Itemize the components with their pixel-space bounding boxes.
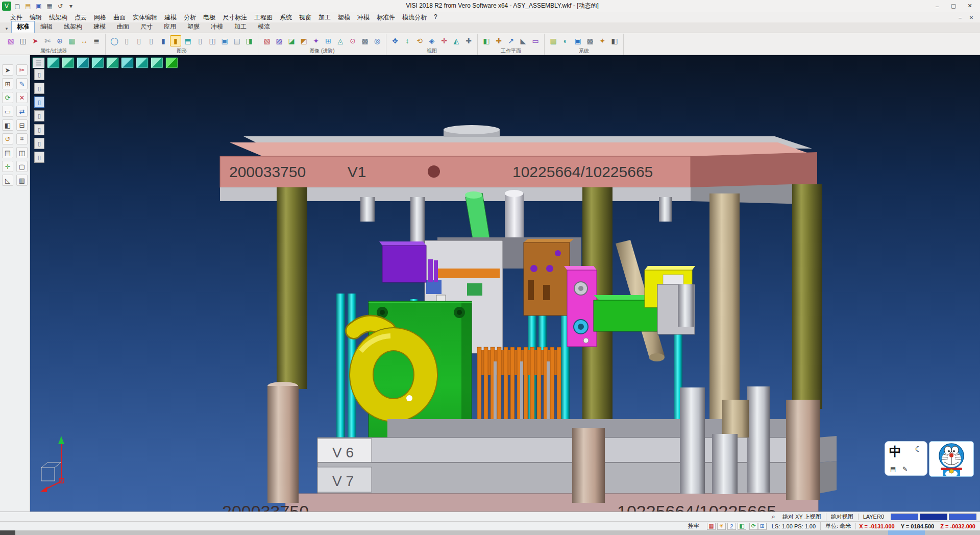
note-icon[interactable]: ▥ <box>16 175 28 186</box>
mini-cube-icon[interactable]: ◧ <box>738 523 746 530</box>
clipboard-view-1[interactable]: ▯ <box>34 69 44 80</box>
clipboard-view-5[interactable]: ▯ <box>34 124 44 135</box>
refresh-icon[interactable]: ⟳ <box>749 523 758 530</box>
qat-dropdown-icon[interactable]: ▾ <box>66 2 76 11</box>
viewport-3d[interactable]: 200033750 V1 10225664/10225665 <box>30 55 980 512</box>
system-monitor-icon[interactable]: ▣ <box>572 35 583 46</box>
ime-language-indicator[interactable]: 中 <box>889 444 901 460</box>
new-file-icon[interactable]: ▢ <box>13 2 22 11</box>
menu-item-progress[interactable]: 冲模 <box>354 12 373 23</box>
visi-logo[interactable]: V <box>2 2 11 11</box>
shaded-display-icon[interactable]: ▯ <box>145 35 157 46</box>
view-list-icon[interactable]: ☰ <box>32 57 45 68</box>
ime-fullwidth-moon-icon[interactable]: ☾ <box>915 445 922 454</box>
layer-color-swatch-1[interactable] <box>891 514 918 520</box>
tab-apply[interactable]: 应用 <box>158 21 182 33</box>
circle-display-icon[interactable]: ◯ <box>109 35 120 46</box>
image-corner-icon[interactable]: ◩ <box>298 35 309 46</box>
list-icon[interactable]: ▤ <box>2 147 13 158</box>
layer-color-swatch-3[interactable] <box>949 514 976 520</box>
view-mode-label[interactable]: 绝对 XY 上视图 <box>778 513 826 521</box>
undo-icon[interactable]: ↺ <box>56 2 65 11</box>
grid-toggle-icon[interactable]: ⊞ <box>758 523 767 530</box>
lock-toggle[interactable]: 拴牢 <box>683 522 704 530</box>
image-grid-icon[interactable]: ⊞ <box>323 35 334 46</box>
image-tri-icon[interactable]: ◬ <box>335 35 346 46</box>
sketch-icon[interactable]: ✎ <box>16 78 28 89</box>
units-indicator[interactable]: 单位: 毫米 <box>820 522 855 530</box>
dual-view-icon[interactable]: ◫ <box>207 35 218 46</box>
swap-filter-icon[interactable]: ↔ <box>79 35 90 46</box>
image-target-icon[interactable]: ⊙ <box>347 35 358 46</box>
absolute-view-label[interactable]: 绝对视图 <box>826 513 858 521</box>
zoom-extents-icon[interactable]: ↕ <box>402 35 413 46</box>
print-icon[interactable]: ▦ <box>45 2 54 11</box>
wireframe-display-icon[interactable]: ▯ <box>121 35 132 46</box>
swap-icon[interactable]: ⇄ <box>16 106 28 117</box>
snap-grid-icon[interactable]: ⊞ <box>2 78 13 89</box>
clipboard-view-4[interactable]: ▯ <box>34 110 44 121</box>
cross-icon[interactable]: ✛ <box>2 161 13 172</box>
edge-display-icon[interactable]: ▯ <box>194 35 206 46</box>
close-button[interactable]: ✕ <box>962 1 978 11</box>
layer-indicator[interactable]: LAYER0 <box>858 514 889 520</box>
tab-mould[interactable]: 塑膜 <box>182 21 205 33</box>
cube-right-view-icon[interactable] <box>121 57 134 68</box>
center-view-icon[interactable]: ✛ <box>438 35 450 46</box>
frame-icon[interactable]: ▢ <box>16 161 28 172</box>
tab-die[interactable]: 冲模 <box>205 21 229 33</box>
brightness-icon[interactable]: ☀ <box>717 523 726 530</box>
iso-view-icon[interactable]: ◈ <box>426 35 437 46</box>
selection-arrow-icon[interactable]: ➤ <box>30 35 41 46</box>
trim-icon[interactable]: ✂ <box>16 64 28 76</box>
layer-color-swatch-2[interactable] <box>920 514 947 520</box>
texture-icon[interactable]: ▤ <box>231 35 242 46</box>
tab-standard[interactable]: 标准 <box>11 21 35 33</box>
measure-icon[interactable]: ◺ <box>2 175 13 186</box>
layer-filter-icon[interactable]: ▦ <box>66 35 78 46</box>
menu-item-flow-analysis[interactable]: 模流分析 <box>399 12 430 23</box>
mdi-minimize-button[interactable]: – <box>954 13 966 21</box>
tabbar-dropdown-icon[interactable]: ▾ <box>2 24 11 33</box>
rectangle-icon[interactable]: ▭ <box>2 106 13 117</box>
cube-shaded-view-icon[interactable] <box>165 57 178 68</box>
system-half-icon[interactable]: ◧ <box>609 35 620 46</box>
split-view-icon[interactable]: ◫ <box>16 147 28 158</box>
copy-attr-icon[interactable]: ◫ <box>17 35 29 46</box>
prev-view-icon[interactable]: ◭ <box>451 35 462 46</box>
menu-item-mould[interactable]: 塑模 <box>334 12 354 23</box>
restore-button[interactable]: ▢ <box>945 1 962 11</box>
clipboard-view-3[interactable]: ▯ <box>34 96 44 108</box>
cube-axon-view-icon[interactable] <box>151 57 163 68</box>
hidden-line-icon[interactable]: ▯ <box>133 35 144 46</box>
tab-wireframe[interactable]: 线架构 <box>58 21 88 33</box>
mdi-close-button[interactable]: ✕ <box>966 13 977 21</box>
cube-left-view-icon[interactable] <box>106 57 119 68</box>
workplane-icon[interactable]: ◧ <box>481 35 492 46</box>
cube-back-view-icon[interactable] <box>91 57 104 68</box>
cube-bottom-view-icon[interactable] <box>136 57 149 68</box>
system-spark-icon[interactable]: ✦ <box>597 35 608 46</box>
system-globe-icon[interactable]: ◐ <box>560 35 571 46</box>
cube-top-view-icon[interactable] <box>62 57 75 68</box>
select-icon[interactable]: ➤ <box>2 64 13 76</box>
plane-rect-icon[interactable]: ▭ <box>530 35 541 46</box>
section-view-icon[interactable]: ◨ <box>243 35 255 46</box>
rotate-view-icon[interactable]: ⟲ <box>414 35 425 46</box>
pan-view-icon[interactable]: ✥ <box>389 35 401 46</box>
undo-view-icon[interactable]: ↺ <box>2 133 13 144</box>
open-file-icon[interactable]: ▤ <box>23 2 33 11</box>
tab-flow[interactable]: 模流 <box>252 21 276 33</box>
tab-edit[interactable]: 编辑 <box>35 21 58 33</box>
tab-modeling[interactable]: 建模 <box>88 21 111 33</box>
active-display-mode-icon[interactable]: ▮ <box>170 35 181 46</box>
plane-corner-icon[interactable]: ◣ <box>518 35 529 46</box>
attribute-icon[interactable]: ▧ <box>5 35 16 46</box>
add-filter-icon[interactable]: ⊕ <box>54 35 65 46</box>
fit-view-icon[interactable]: ✚ <box>463 35 474 46</box>
system-hatch-icon[interactable]: ▩ <box>584 35 596 46</box>
image-wire-icon[interactable]: ▨ <box>274 35 285 46</box>
menu-item-help[interactable]: ? <box>430 12 441 23</box>
ime-keyboard-icon[interactable]: ▤ <box>890 466 896 473</box>
cut-icon[interactable]: ✄ <box>42 35 53 46</box>
